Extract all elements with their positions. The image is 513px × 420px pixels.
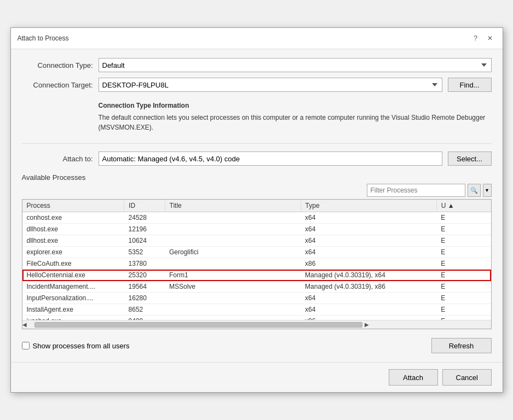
cell-id: 13780 [124,258,165,270]
attach-button[interactable]: Attach [389,369,438,386]
table-row[interactable]: IncidentManagement....19564MSSolveManage… [22,281,491,293]
cell-id: 12196 [124,224,165,235]
table-row[interactable]: explorer.exe5352Geroglificix64E [22,247,491,258]
connection-target-select[interactable]: DESKTOP-F9LPU8L [99,78,442,92]
dialog-content: Connection Type: Default Connection Targ… [11,49,503,362]
find-button[interactable]: Find... [448,78,492,92]
connection-target-row: Connection Target: DESKTOP-F9LPU8L Find.… [22,78,492,92]
table-row[interactable]: InputPersonalization....16280x64E [22,293,491,304]
process-table-body: conhost.exe24528x64Edllhost.exe12196x64E… [22,212,491,320]
cell-type: x64 [301,212,436,224]
cell-user: E [436,293,491,304]
info-box: Connection Type Information The default … [22,97,492,136]
col-header-id[interactable]: ID [124,200,165,212]
cell-user: E [436,247,491,258]
cell-type: Managed (v4.0.30319), x86 [301,281,436,293]
cell-title [165,293,301,304]
process-table-scroll[interactable]: Process ID Title Type U ▲ conhost.exe245… [22,200,491,320]
show-all-users-checkbox[interactable] [22,342,30,349]
filter-row: 🔍 ▼ [22,184,492,197]
cell-title [165,224,301,235]
footer-row: Show processes from all users Refresh [22,338,492,353]
cell-user: E [436,281,491,293]
available-processes-section: Available Processes 🔍 ▼ Process ID Title [22,171,492,329]
show-all-users-label[interactable]: Show processes from all users [22,342,130,350]
cell-user: E [436,270,491,281]
cell-type: x86 [301,316,436,320]
cancel-button[interactable]: Cancel [442,369,492,386]
cell-title [165,235,301,247]
close-button[interactable]: ✕ [484,32,496,44]
connection-type-row: Connection Type: Default [22,58,492,72]
table-row[interactable]: dllhost.exe12196x64E [22,224,491,235]
process-table: Process ID Title Type U ▲ conhost.exe245… [22,200,491,320]
attach-to-row: Attach to: Automatic: Managed (v4.6, v4.… [22,151,492,166]
col-header-type[interactable]: Type [301,200,436,212]
cell-user: E [436,258,491,270]
cell-title [165,304,301,316]
filter-dropdown-button[interactable]: ▼ [483,184,492,197]
cell-process: dllhost.exe [22,224,124,235]
cell-process: dllhost.exe [22,235,124,247]
table-row[interactable]: conhost.exe24528x64E [22,212,491,224]
title-bar: Attach to Process ? ✕ [11,28,503,49]
table-row[interactable]: FileCoAuth.exe13780x86E [22,258,491,270]
table-row[interactable]: InstallAgent.exe8652x64E [22,304,491,316]
cell-id: 25320 [124,270,165,281]
cell-id: 8652 [124,304,165,316]
cell-process: jusched.exe [22,316,124,320]
cell-user: E [436,235,491,247]
title-bar-controls: ? ✕ [470,32,496,44]
cell-title [165,258,301,270]
divider-1 [22,143,492,144]
search-button[interactable]: 🔍 [468,184,481,197]
cell-process: HelloCentennial.exe [22,270,124,281]
cell-title: Form1 [165,270,301,281]
cell-id: 16280 [124,293,165,304]
cell-user: E [436,304,491,316]
refresh-button[interactable]: Refresh [431,338,492,353]
cell-type: x64 [301,293,436,304]
select-button[interactable]: Select... [448,151,492,166]
cell-type: x64 [301,304,436,316]
connection-type-label: Connection Type: [22,61,93,69]
col-header-process[interactable]: Process [22,200,124,212]
cell-title: Geroglifici [165,247,301,258]
cell-process: explorer.exe [22,247,124,258]
cell-process: conhost.exe [22,212,124,224]
attach-to-process-dialog: Attach to Process ? ✕ Connection Type: D… [10,27,503,393]
table-row[interactable]: dllhost.exe10624x64E [22,235,491,247]
cell-id: 24528 [124,212,165,224]
cell-id: 9480 [124,316,165,320]
table-row[interactable]: jusched.exe9480x86E [22,316,491,320]
info-box-text: The default connection lets you select p… [99,113,488,132]
horizontal-scrollbar[interactable]: ◀ ▶ [22,320,491,329]
show-all-users-text: Show processes from all users [33,342,130,350]
cell-process: InstallAgent.exe [22,304,124,316]
connection-target-label: Connection Target: [22,81,93,89]
help-button[interactable]: ? [470,32,482,44]
scroll-thumb [34,322,362,328]
attach-to-field[interactable]: Automatic: Managed (v4.6, v4.5, v4.0) co… [99,151,442,166]
available-processes-label: Available Processes [22,173,492,182]
cell-process: InputPersonalization.... [22,293,124,304]
action-buttons-row: Attach Cancel [11,362,503,392]
col-header-title[interactable]: Title [165,200,301,212]
connection-type-select[interactable]: Default [99,58,492,72]
cell-title: MSSolve [165,281,301,293]
cell-id: 19564 [124,281,165,293]
cell-type: Managed (v4.0.30319), x64 [301,270,436,281]
cell-type: x86 [301,258,436,270]
cell-type: x64 [301,235,436,247]
col-header-user[interactable]: U ▲ [436,200,491,212]
cell-type: x64 [301,247,436,258]
info-box-title: Connection Type Information [99,101,488,110]
cell-title [165,316,301,320]
cell-user: E [436,316,491,320]
filter-input[interactable] [367,184,465,197]
cell-type: x64 [301,224,436,235]
table-row[interactable]: HelloCentennial.exe25320Form1Managed (v4… [22,270,491,281]
cell-title [165,212,301,224]
cell-id: 5352 [124,247,165,258]
cell-user: E [436,224,491,235]
